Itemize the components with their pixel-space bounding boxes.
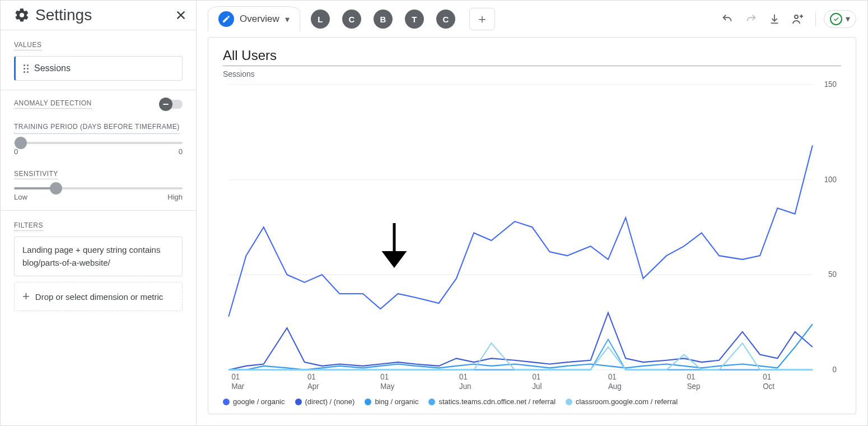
svg-text:Oct: Oct — [763, 382, 774, 391]
legend-label: google / organic — [233, 397, 285, 406]
svg-text:01: 01 — [307, 373, 316, 381]
share-button[interactable] — [788, 10, 808, 29]
values-label: VALUES — [14, 41, 41, 50]
legend-item[interactable]: google / organic — [223, 397, 285, 406]
chart-plot[interactable]: 05010015001Mar01Apr01May01Jun01Jul01Aug0… — [223, 78, 841, 394]
value-chip-sessions[interactable]: Sessions — [14, 56, 183, 81]
legend-swatch — [295, 399, 302, 405]
mini-tab-badge: L — [311, 10, 330, 29]
drop-text: Drop or select dimension or metric — [35, 292, 163, 302]
svg-text:Mar: Mar — [231, 382, 244, 391]
status-pill[interactable]: ▾ — [824, 10, 856, 28]
svg-text:01: 01 — [459, 373, 468, 381]
legend-label: bing / organic — [375, 397, 418, 406]
sensitivity-label: SENSITIVITY — [14, 170, 58, 179]
svg-text:50: 50 — [828, 270, 837, 279]
filter-card[interactable]: Landing page + query string contains blo… — [14, 237, 183, 276]
sensitivity-slider[interactable]: Low High — [14, 187, 183, 201]
svg-text:01: 01 — [687, 373, 696, 381]
svg-text:Sep: Sep — [687, 382, 701, 391]
toolbar: Overview ▾ LCBTC ＋ ▾ — [197, 1, 867, 37]
svg-text:Aug: Aug — [608, 382, 622, 391]
mini-tab-badge: B — [374, 10, 393, 29]
training-label: TRAINING PERIOD (DAYS BEFORE TIMEFRAME) — [14, 122, 180, 134]
legend-swatch — [365, 399, 371, 405]
svg-text:01: 01 — [532, 373, 540, 381]
sensitivity-min: Low — [14, 193, 27, 201]
plus-icon: + — [22, 290, 30, 303]
training-max: 0 — [179, 147, 183, 156]
legend-swatch — [566, 399, 572, 405]
svg-text:0: 0 — [832, 365, 837, 374]
settings-header: Settings — [1, 1, 196, 30]
svg-point-0 — [795, 15, 798, 18]
anomaly-label: ANOMALY DETECTION — [14, 99, 92, 109]
sensitivity-max: High — [167, 193, 183, 201]
divider — [815, 12, 816, 26]
settings-body: VALUES Sessions ANOMALY DETECTION TRAINI… — [1, 30, 196, 425]
svg-text:01: 01 — [380, 373, 389, 381]
chart-subtitle: Sessions — [223, 70, 841, 78]
gear-icon — [14, 7, 30, 23]
pencil-icon — [218, 11, 234, 27]
filter-text: Landing page + query string contains blo… — [22, 245, 160, 267]
tab-overview-label: Overview — [240, 13, 279, 25]
svg-text:01: 01 — [608, 373, 617, 381]
svg-text:Jun: Jun — [459, 382, 471, 391]
mini-tabs: LCBTC — [305, 7, 461, 31]
mini-tab-l[interactable]: L — [305, 7, 336, 31]
values-section: VALUES Sessions — [1, 30, 196, 90]
legend-swatch — [223, 399, 230, 405]
legend-item[interactable]: (direct) / (none) — [295, 397, 355, 406]
redo-button[interactable] — [741, 10, 760, 29]
legend-item[interactable]: classroom.google.com / referral — [566, 397, 678, 406]
chevron-down-icon[interactable]: ▾ — [285, 14, 290, 25]
svg-text:100: 100 — [824, 175, 837, 183]
filters-label: FILTERS — [14, 221, 43, 231]
anomaly-toggle[interactable] — [160, 100, 183, 109]
training-slider[interactable]: 0 0 — [14, 142, 183, 156]
legend-swatch — [428, 399, 435, 405]
legend-item[interactable]: statics.teams.cdn.office.net / referral — [428, 397, 556, 406]
mini-tab-t[interactable]: T — [399, 7, 430, 31]
plus-icon: ＋ — [476, 11, 488, 27]
drag-handle-icon[interactable] — [24, 64, 29, 73]
main-content: Overview ▾ LCBTC ＋ ▾ All Users Sessions … — [197, 1, 867, 425]
svg-text:Jul: Jul — [532, 382, 542, 391]
svg-text:01: 01 — [231, 373, 240, 381]
value-chip-label: Sessions — [34, 63, 71, 73]
svg-text:150: 150 — [824, 80, 837, 89]
svg-text:Apr: Apr — [307, 382, 319, 391]
legend-label: classroom.google.com / referral — [576, 397, 678, 406]
anomaly-section: ANOMALY DETECTION TRAINING PERIOD (DAYS … — [1, 90, 196, 211]
download-button[interactable] — [765, 10, 784, 29]
settings-panel: Settings VALUES Sessions ANOMALY DETECTI… — [1, 1, 197, 425]
chevron-down-icon: ▾ — [846, 13, 850, 24]
settings-title: Settings — [35, 6, 92, 24]
legend-label: statics.teams.cdn.office.net / referral — [438, 397, 556, 406]
mini-tab-badge: T — [405, 10, 424, 29]
close-icon[interactable] — [175, 9, 187, 21]
svg-text:01: 01 — [763, 373, 771, 381]
mini-tab-badge: C — [342, 10, 361, 29]
chart-card: All Users Sessions 05010015001Mar01Apr01… — [208, 37, 856, 414]
mini-tab-c[interactable]: C — [430, 7, 461, 31]
add-filter-dropzone[interactable]: + Drop or select dimension or metric — [14, 282, 183, 311]
add-tab-button[interactable]: ＋ — [469, 8, 495, 30]
legend-label: (direct) / (none) — [305, 397, 355, 406]
filters-section: FILTERS Landing page + query string cont… — [1, 211, 196, 320]
chart-title: All Users — [223, 48, 841, 66]
undo-button[interactable] — [718, 10, 737, 29]
mini-tab-c[interactable]: C — [336, 7, 367, 31]
mini-tab-b[interactable]: B — [367, 7, 399, 31]
tab-overview[interactable]: Overview ▾ — [208, 6, 300, 31]
mini-tab-badge: C — [436, 10, 455, 29]
training-min: 0 — [14, 147, 18, 156]
legend-item[interactable]: bing / organic — [365, 397, 418, 406]
svg-text:May: May — [380, 382, 394, 391]
check-circle-icon — [830, 13, 842, 25]
chart-legend: google / organic(direct) / (none)bing / … — [223, 397, 841, 406]
